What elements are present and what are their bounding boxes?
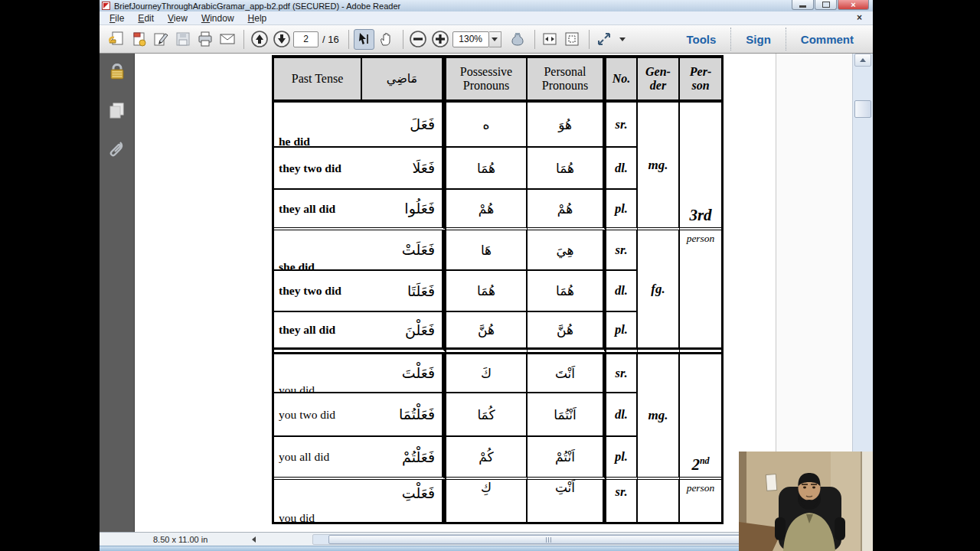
fullscreen-button[interactable] — [594, 29, 615, 50]
english-label: they two did — [279, 284, 341, 298]
fit-page-button[interactable] — [562, 29, 583, 50]
open-file-button[interactable] — [106, 29, 126, 50]
menu-edit[interactable]: Edit — [131, 12, 161, 24]
page-thumbnails-button[interactable] — [108, 101, 126, 119]
number-cell: pl. — [606, 190, 638, 230]
arabic-verb: فَعَلْنَ — [405, 321, 435, 340]
menu-help[interactable]: Help — [241, 12, 274, 24]
close-document-icon[interactable]: × — [857, 12, 862, 23]
create-pdf-button[interactable] — [128, 29, 149, 50]
table-row: you did فَعَلْتَ كَ اَنْتَ sr. mg. 2nd — [274, 354, 721, 393]
email-icon — [219, 31, 236, 47]
arabic-verb: فَعَلَ — [410, 115, 435, 134]
send-to-mobile-button[interactable] — [508, 29, 528, 50]
security-lock-button[interactable] — [108, 63, 126, 81]
menu-window[interactable]: Window — [194, 12, 241, 24]
page-up-icon — [250, 30, 269, 48]
english-label: you two did — [279, 408, 335, 422]
arabic-grammar-table: Past Tense مَاضِي Possessive Pronouns Pe… — [272, 55, 724, 524]
chevron-down-icon — [619, 37, 626, 41]
number-cell: sr. — [606, 354, 638, 393]
adobe-reader-app-icon — [102, 2, 110, 10]
table-row: he did فَعَلَ ه هُوَ sr. mg. 3rd — [274, 103, 721, 148]
tools-panel-tab[interactable]: Tools — [671, 33, 730, 46]
close-button[interactable]: × — [838, 0, 869, 10]
attachments-button[interactable] — [108, 139, 126, 158]
verb-cell: they two did فَعَلَا — [274, 148, 446, 190]
sign-document-button[interactable] — [150, 29, 171, 50]
verb-cell: they all did فَعَلْنَ — [274, 312, 446, 354]
zoom-level-value[interactable]: 130% — [452, 31, 489, 47]
toolbar-separator — [243, 30, 244, 49]
gender-cell: fg. — [638, 230, 680, 354]
zoom-dropdown-button[interactable] — [489, 31, 501, 47]
save-icon — [175, 31, 191, 47]
window-title: BriefJourneyThroughArabicGramar_app-b2.p… — [114, 2, 400, 11]
expand-arrows-icon — [596, 31, 612, 47]
open-file-icon — [108, 31, 125, 47]
toolbar-separator — [534, 30, 535, 49]
verb-cell: they all did فَعَلُوا — [274, 190, 446, 230]
personal-cell: هُمْ — [528, 190, 606, 230]
print-button[interactable] — [194, 29, 215, 50]
personal-cell: هُمَا — [528, 271, 606, 312]
print-icon — [197, 31, 214, 47]
table-row: she did فَعَلَتْ هَا هِيَ sr. fg. person — [274, 230, 721, 271]
possessive-cell: هُمَا — [446, 271, 528, 312]
arabic-verb: فَعَلَتْ — [402, 240, 435, 259]
personal-cell: اَنْتُمْ — [528, 437, 606, 480]
zoom-in-button[interactable] — [430, 29, 451, 50]
fit-width-button[interactable] — [540, 29, 560, 50]
person-cell: person — [680, 480, 721, 522]
fullscreen-dropdown-button[interactable] — [616, 31, 629, 47]
menu-view[interactable]: View — [161, 12, 194, 24]
ink-bottle-icon — [510, 31, 525, 47]
main-toolbar: / 16 130% Tools — [100, 25, 873, 54]
possessive-cell: كِ — [446, 480, 528, 522]
next-page-button[interactable] — [271, 29, 292, 50]
verb-cell: he did فَعَلَ — [274, 103, 446, 148]
verb-cell: she did فَعَلَتْ — [274, 230, 446, 271]
sign-panel-tab[interactable]: Sign — [731, 33, 786, 46]
person-cell: person — [680, 230, 721, 354]
arabic-verb: فَعَلْتِ — [402, 484, 435, 503]
number-cell: pl. — [606, 437, 638, 480]
horizontal-scrollbar-thumb[interactable] — [328, 535, 769, 544]
english-label: she did — [279, 260, 315, 271]
grip-icon — [548, 537, 549, 543]
gender-cell — [638, 480, 680, 522]
english-label: you did — [279, 511, 315, 522]
scroll-left-icon[interactable] — [252, 536, 256, 543]
save-button[interactable] — [172, 29, 193, 50]
menu-file[interactable]: File — [103, 12, 131, 24]
zoom-out-button[interactable] — [408, 29, 429, 50]
personal-cell: اَنْتُمَا — [528, 393, 606, 437]
header-past-tense-arabic: مَاضِي — [362, 58, 446, 103]
english-label: they two did — [279, 161, 341, 175]
lock-icon — [109, 63, 126, 81]
verb-cell: they two did فَعَلَتَا — [274, 271, 446, 312]
number-cell: pl. — [606, 312, 638, 354]
toolbar-separator — [589, 30, 590, 49]
toolbar-separator — [403, 30, 403, 49]
previous-page-button[interactable] — [249, 29, 270, 50]
select-tool-button[interactable] — [354, 29, 374, 50]
page-down-icon — [273, 30, 291, 48]
email-button[interactable] — [217, 29, 237, 50]
vertical-scrollbar-thumb[interactable] — [854, 100, 871, 118]
zoom-out-icon — [409, 30, 427, 48]
header-personal-pronouns: Personal Pronouns — [528, 58, 606, 103]
title-bar[interactable]: BriefJourneyThroughArabicGramar_app-b2.p… — [100, 0, 873, 11]
personal-cell: اَنْتِ — [528, 480, 606, 522]
hand-tool-button[interactable] — [376, 29, 397, 50]
verb-cell: you two did فَعَلْتُمَا — [274, 393, 446, 437]
webcam-overlay — [739, 452, 873, 551]
restore-button[interactable] — [815, 0, 837, 10]
page-number-input[interactable] — [293, 31, 318, 47]
scroll-up-button[interactable] — [854, 54, 871, 67]
minimize-button[interactable] — [792, 0, 814, 10]
comment-panel-tab[interactable]: Comment — [786, 33, 868, 46]
possessive-cell: كُمْ — [446, 437, 528, 480]
arabic-verb: فَعَلْتُمَا — [399, 405, 435, 424]
number-cell: dl. — [606, 271, 638, 312]
